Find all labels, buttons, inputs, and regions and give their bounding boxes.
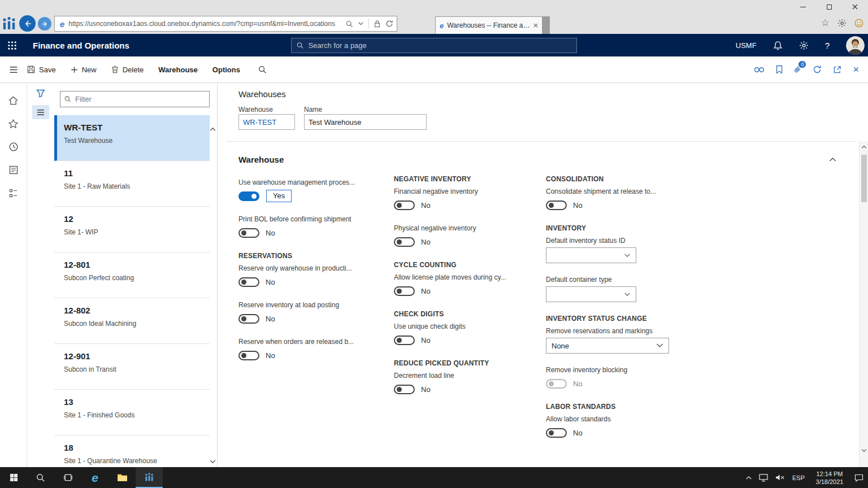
address-bar[interactable]: e https://usnconeboxax1aos.cloud.onebox.… bbox=[54, 16, 397, 32]
scroll-up-icon[interactable] bbox=[210, 127, 216, 131]
delete-button[interactable]: Delete bbox=[111, 66, 144, 74]
reserve-orders-released-toggle[interactable] bbox=[238, 351, 259, 360]
page-search-input[interactable] bbox=[308, 41, 571, 50]
browser-back-button[interactable] bbox=[19, 15, 36, 32]
tray-expand-chevron-icon[interactable] bbox=[746, 476, 752, 480]
browser-settings-gear-icon[interactable] bbox=[837, 19, 847, 28]
warehouse-id-input[interactable] bbox=[238, 114, 295, 130]
help-icon[interactable]: ? bbox=[825, 41, 830, 50]
scrollbar-thumb[interactable] bbox=[861, 155, 867, 202]
filter-input[interactable] bbox=[75, 95, 205, 103]
list-item[interactable]: 12-802 Subcon Ideal Machining bbox=[54, 298, 210, 344]
favorites-star-icon[interactable] bbox=[0, 112, 27, 135]
options-menu-tab[interactable]: Options bbox=[212, 66, 240, 74]
settings-gear-icon[interactable] bbox=[799, 41, 809, 50]
scroll-down-icon[interactable] bbox=[210, 460, 216, 464]
minimize-button[interactable] bbox=[790, 0, 816, 14]
allow-labor-standards-toggle[interactable] bbox=[546, 428, 567, 438]
internet-explorer-icon[interactable]: e bbox=[81, 467, 108, 488]
reserve-only-warehouse-toggle[interactable] bbox=[238, 277, 259, 287]
default-inventory-status-dropdown[interactable] bbox=[546, 247, 636, 263]
recent-clock-icon[interactable] bbox=[0, 135, 27, 158]
warehouse-menu-tab[interactable]: Warehouse bbox=[158, 66, 198, 74]
list-item[interactable]: 12-901 Subcon in Transit bbox=[54, 344, 210, 390]
app-title[interactable]: Finance and Operations bbox=[33, 41, 129, 50]
browser-tab[interactable]: e Warehouses -- Finance and ... bbox=[435, 16, 542, 34]
allow-license-plate-moves-toggle[interactable] bbox=[394, 286, 415, 296]
scroll-up-icon[interactable] bbox=[860, 145, 868, 149]
action-search-icon[interactable] bbox=[258, 66, 267, 74]
open-in-new-window-icon[interactable] bbox=[833, 66, 841, 74]
physical-negative-inventory-toggle[interactable] bbox=[394, 237, 415, 247]
refresh-icon[interactable] bbox=[385, 20, 393, 28]
filter-funnel-icon[interactable] bbox=[36, 89, 45, 98]
new-button[interactable]: New bbox=[71, 66, 97, 74]
close-page-icon[interactable]: × bbox=[853, 64, 859, 75]
list-item[interactable]: 18 Site 1 - Quarantine Warehouse bbox=[54, 435, 210, 467]
browser-forward-button[interactable] bbox=[38, 17, 51, 30]
consolidate-shipment-toggle[interactable] bbox=[546, 201, 567, 210]
close-tab-icon[interactable] bbox=[533, 23, 538, 28]
scroll-down-icon[interactable] bbox=[860, 449, 868, 452]
warehouse-name-input[interactable] bbox=[304, 114, 427, 130]
use-unique-check-digits-toggle[interactable] bbox=[394, 336, 415, 345]
url-text[interactable]: https://usnconeboxax1aos.cloud.onebox.dy… bbox=[68, 20, 341, 28]
taskbar-clock[interactable]: 12:14 PM 3/18/2021 bbox=[812, 470, 847, 486]
filter-box[interactable] bbox=[60, 91, 210, 107]
search-icon[interactable] bbox=[346, 20, 353, 28]
save-button[interactable]: Save bbox=[27, 66, 56, 74]
forms-icon[interactable] bbox=[0, 158, 27, 181]
financial-negative-inventory-toggle[interactable] bbox=[394, 201, 415, 210]
warehouse-name: Test Warehouse bbox=[64, 137, 205, 145]
collapse-section-chevron-up-icon[interactable] bbox=[829, 157, 836, 162]
page-title: Warehouses bbox=[238, 89, 286, 99]
main-scrollbar[interactable] bbox=[859, 141, 868, 467]
volume-muted-icon[interactable] bbox=[775, 474, 785, 481]
maximize-button[interactable] bbox=[816, 0, 842, 14]
start-button[interactable] bbox=[0, 467, 27, 488]
list-item[interactable]: 13 Site 1 - Finished Goods bbox=[54, 390, 210, 435]
default-container-type-dropdown[interactable] bbox=[546, 286, 636, 302]
list-item[interactable]: 11 Site 1 - Raw Materials bbox=[54, 161, 210, 207]
use-warehouse-management-toggle[interactable] bbox=[238, 191, 259, 201]
field-label: Default container type bbox=[546, 276, 687, 284]
attachments-button[interactable]: 0 bbox=[794, 65, 801, 74]
language-indicator[interactable]: ESP bbox=[792, 474, 805, 481]
print-bol-toggle[interactable] bbox=[238, 228, 259, 238]
user-avatar[interactable] bbox=[846, 36, 865, 55]
home-icon[interactable] bbox=[0, 89, 27, 112]
field-label: Use warehouse management proces... bbox=[238, 178, 387, 186]
chevron-down-icon[interactable] bbox=[358, 22, 363, 25]
list-item[interactable]: 12 Site 1- WIP bbox=[54, 207, 210, 252]
field-label: Use unique check digits bbox=[394, 323, 540, 330]
app-launcher-waffle-icon[interactable] bbox=[7, 41, 17, 50]
link-icon[interactable] bbox=[754, 67, 765, 73]
page-search-box[interactable] bbox=[291, 38, 577, 53]
file-explorer-icon[interactable] bbox=[108, 467, 136, 488]
chevron-down-icon bbox=[656, 343, 663, 348]
taskbar-search-icon[interactable] bbox=[27, 467, 54, 488]
task-view-icon[interactable] bbox=[54, 467, 81, 488]
reserve-inventory-load-posting-toggle[interactable] bbox=[238, 314, 259, 324]
refresh-icon[interactable] bbox=[813, 65, 822, 74]
notifications-bell-icon[interactable] bbox=[773, 41, 783, 50]
workspaces-hierarchy-icon[interactable] bbox=[0, 181, 27, 204]
company-selector[interactable]: USMF bbox=[736, 41, 757, 50]
list-item[interactable]: WR-TEST Test Warehouse bbox=[54, 115, 210, 161]
list-scrollbar[interactable] bbox=[208, 125, 217, 467]
close-window-button[interactable] bbox=[842, 0, 868, 14]
favorites-icon[interactable]: ☆ bbox=[821, 18, 830, 28]
action-center-icon[interactable] bbox=[854, 474, 863, 482]
dynamics-app-icon[interactable] bbox=[136, 467, 163, 488]
bookmark-icon[interactable] bbox=[776, 65, 783, 74]
field-print-bol: Print BOL before confirming shipment No bbox=[238, 215, 387, 239]
decrement-load-line-toggle[interactable] bbox=[394, 385, 415, 394]
toggle-value-focused: Yes bbox=[266, 190, 292, 202]
display-tray-icon[interactable] bbox=[759, 474, 768, 482]
remove-reservations-markings-dropdown[interactable]: None bbox=[546, 338, 669, 354]
new-tab-button[interactable] bbox=[542, 16, 550, 34]
list-item[interactable]: 12-801 Subcon Perfect coating bbox=[54, 252, 210, 298]
feedback-smiley-icon[interactable] bbox=[854, 19, 863, 28]
show-list-button[interactable] bbox=[32, 105, 49, 119]
expand-navigation-hamburger-icon[interactable] bbox=[0, 66, 27, 73]
